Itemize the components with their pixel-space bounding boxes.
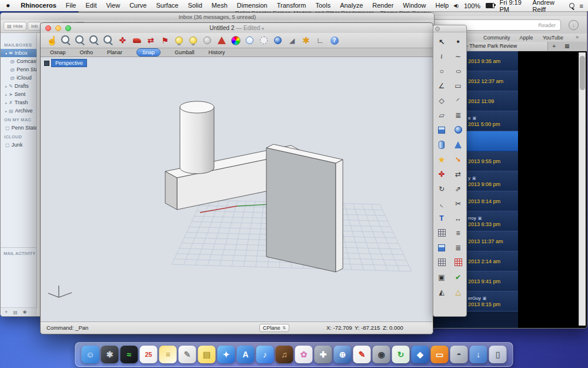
sidebar-item-sent[interactable]: ▸➤Sent bbox=[1, 90, 36, 98]
grid-snap-tool[interactable] bbox=[436, 257, 447, 268]
dock-downloads-icon[interactable]: ↓ bbox=[470, 346, 487, 363]
disclosure-icon[interactable]: ▸ bbox=[5, 84, 7, 88]
disclosure-icon[interactable]: ▸ bbox=[5, 101, 7, 105]
add-mailbox-button[interactable]: + bbox=[5, 309, 8, 315]
wireframe-view-icon[interactable] bbox=[243, 34, 256, 47]
command-prompt[interactable]: Command: _Pan bbox=[46, 322, 88, 334]
scrollbar-thumb[interactable] bbox=[580, 56, 585, 90]
zoom-icon[interactable] bbox=[65, 25, 71, 31]
check-tool[interactable]: ✔ bbox=[453, 271, 464, 283]
ribbon-icon[interactable]: ⚑ bbox=[159, 34, 171, 47]
cone-tool[interactable] bbox=[453, 139, 464, 150]
inbox-button[interactable]: Inb bbox=[28, 22, 41, 31]
render-tools-icon[interactable]: ◢ bbox=[286, 34, 298, 47]
volume-icon[interactable]: ◀) bbox=[453, 3, 459, 8]
palette-titlebar[interactable] bbox=[433, 25, 466, 32]
dock-globe-app-icon[interactable]: ⊕ bbox=[334, 346, 352, 363]
settings-gears-icon[interactable]: ✱ bbox=[300, 34, 312, 47]
sidebar-item-icloud[interactable]: @iCloud bbox=[1, 74, 36, 82]
rhino-tool-palette[interactable]: ↖•≀∼○○∠▭◇◜▱≣★➘✜⇄↻⇗◟✂T↔≡≣▣✔◭△ bbox=[433, 25, 467, 317]
rhino-window[interactable]: Untitled 2 — Edited ▾ ☝✜⇄⚑◢✱∟ OsnapOrtho… bbox=[40, 22, 433, 334]
tab-snap[interactable]: Snap bbox=[136, 48, 161, 57]
new-tab-button[interactable]: + bbox=[552, 42, 556, 51]
align-tool[interactable]: ≣ bbox=[453, 242, 464, 253]
tab-ortho[interactable]: Ortho bbox=[80, 49, 93, 56]
dock-utility-wrench-icon[interactable]: ✚ bbox=[315, 346, 332, 363]
cylinder-tool[interactable] bbox=[436, 139, 447, 150]
disclosure-icon[interactable]: ▸ bbox=[5, 109, 7, 113]
sidebar-item-penn-state-c[interactable]: ▢Penn State C bbox=[1, 124, 36, 132]
box-tool[interactable] bbox=[436, 124, 447, 135]
menu-curve[interactable]: Curve bbox=[125, 0, 151, 11]
curve-tool[interactable]: ≀ bbox=[436, 51, 447, 62]
rotate-tool[interactable]: ↻ bbox=[436, 183, 447, 194]
layout-tool[interactable]: ▣ bbox=[436, 271, 447, 283]
dock-safari-icon[interactable]: ✦ bbox=[218, 346, 235, 363]
dock-settings-gear-icon[interactable]: ✱ bbox=[101, 346, 119, 363]
cplane-dropdown[interactable]: CPlane ⇅ bbox=[259, 324, 289, 332]
model-wall-face[interactable] bbox=[266, 148, 336, 272]
dock-activity-monitor-icon[interactable]: ≈ bbox=[121, 346, 138, 363]
viewport-3d-scene[interactable] bbox=[41, 57, 432, 322]
ellipse-tool[interactable]: ○ bbox=[450, 65, 466, 77]
menu-view[interactable]: View bbox=[101, 0, 125, 11]
prism-tool[interactable]: ◭ bbox=[436, 286, 447, 297]
reader-button[interactable]: Reader bbox=[538, 22, 556, 28]
palette-close-icon[interactable] bbox=[435, 26, 440, 31]
menu-tools[interactable]: Tools bbox=[310, 0, 335, 11]
dock-app-store-icon[interactable]: A bbox=[237, 346, 255, 363]
sidebar-item-junk[interactable]: ▢Junk bbox=[1, 141, 36, 149]
zoom-selected-icon[interactable] bbox=[102, 34, 115, 47]
bookmark-community[interactable]: Community bbox=[483, 35, 510, 41]
sidebar-item-comcast[interactable]: @Comcast bbox=[1, 57, 36, 65]
dock-camera-app-icon[interactable]: ◉ bbox=[373, 346, 390, 363]
notification-center-icon[interactable]: ≡ bbox=[580, 2, 583, 9]
dock-trash-icon[interactable]: ▯ bbox=[489, 346, 507, 363]
surface-tool[interactable]: ▱ bbox=[436, 110, 447, 121]
array-tool[interactable] bbox=[436, 227, 447, 238]
dimension-tool[interactable]: ↔ bbox=[453, 213, 464, 224]
tab-overview-icon[interactable]: ▦ bbox=[564, 43, 570, 49]
move-tool[interactable]: ✜ bbox=[436, 168, 447, 180]
menu-dimension[interactable]: Dimension bbox=[232, 0, 272, 11]
light-off-icon[interactable] bbox=[201, 34, 213, 47]
tab-history[interactable]: History bbox=[209, 49, 225, 56]
pyramid-tool[interactable]: △ bbox=[453, 286, 464, 297]
control-curve-tool[interactable]: ∼ bbox=[453, 51, 464, 62]
point-tool[interactable]: • bbox=[453, 36, 464, 47]
text-tool[interactable]: T bbox=[436, 213, 447, 224]
menu-transform[interactable]: Transform bbox=[272, 0, 311, 11]
rotate-arrows-icon[interactable]: ⇄ bbox=[145, 34, 157, 47]
circle-tool[interactable]: ○ bbox=[436, 65, 447, 77]
chevron-down-icon[interactable]: ▾ bbox=[262, 26, 264, 31]
bookmarks-overflow-icon[interactable]: » bbox=[576, 34, 579, 40]
sphere-tool[interactable] bbox=[453, 124, 464, 135]
trim-tool[interactable]: ✂ bbox=[453, 198, 464, 209]
layout-button[interactable]: ▤ bbox=[13, 310, 18, 315]
tab-gumball[interactable]: Gumball bbox=[175, 49, 195, 56]
dock-stickies-icon[interactable]: ▤ bbox=[198, 346, 216, 363]
dock-textedit-icon[interactable]: ✎ bbox=[179, 346, 196, 363]
model-wall-edge-face[interactable] bbox=[336, 160, 343, 272]
apple-menu-icon[interactable]: ● bbox=[0, 0, 16, 11]
polygon-tool[interactable]: ◇ bbox=[436, 95, 447, 106]
dock-calendar-icon[interactable]: 25 bbox=[140, 346, 158, 363]
help-icon[interactable] bbox=[328, 34, 340, 47]
minimize-icon[interactable] bbox=[55, 25, 61, 31]
tab-planar[interactable]: Planar bbox=[107, 49, 122, 56]
sidebar-item-archive[interactable]: ▸▤Archive bbox=[1, 107, 36, 115]
viewport-menu-icon[interactable] bbox=[44, 61, 49, 66]
move-icon[interactable]: ✜ bbox=[116, 34, 129, 47]
zoom-window-icon[interactable] bbox=[74, 34, 86, 47]
menu-surface[interactable]: Surface bbox=[151, 0, 183, 11]
close-icon[interactable] bbox=[45, 25, 51, 31]
zoom-extents-icon[interactable] bbox=[88, 34, 101, 47]
spotlight-icon[interactable] bbox=[569, 2, 574, 9]
menu-clock[interactable]: Fri 9:19 PM bbox=[500, 0, 527, 13]
ghosted-view-icon[interactable] bbox=[258, 34, 270, 47]
vehicle-icon[interactable] bbox=[131, 34, 143, 47]
rectangle-tool[interactable]: ▭ bbox=[453, 80, 464, 91]
menu-file[interactable]: File bbox=[61, 0, 81, 11]
tab-osnap[interactable]: Osnap bbox=[50, 49, 66, 56]
model-cylinder-body[interactable] bbox=[180, 107, 214, 174]
